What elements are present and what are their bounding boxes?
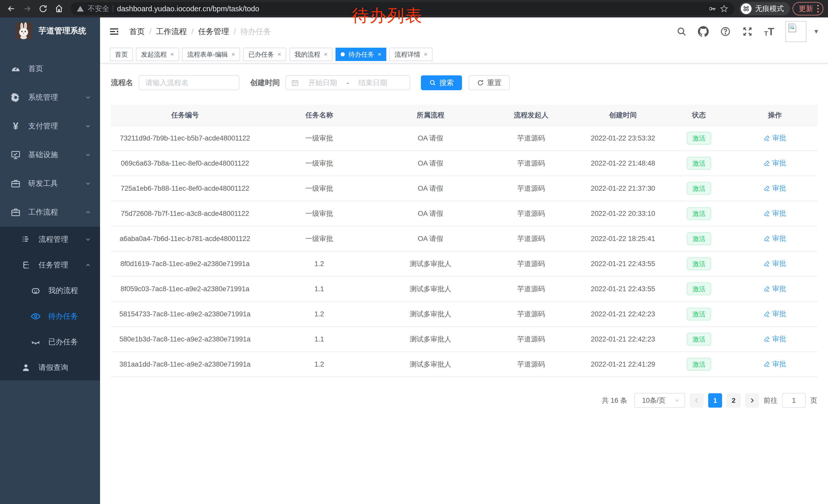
page-button-1[interactable]: 1 — [708, 393, 722, 408]
tab-label: 我的流程 — [294, 50, 320, 59]
search-button[interactable] — [676, 27, 687, 37]
cell-task-name: 一级审批 — [259, 226, 379, 251]
goto-page-input[interactable] — [782, 393, 806, 408]
cell-status: 激活 — [665, 226, 733, 251]
approve-link[interactable]: 审批 — [763, 133, 786, 142]
next-page-button[interactable] — [745, 393, 759, 408]
tab-done-tasks[interactable]: 已办任务× — [243, 48, 286, 61]
tab-close-icon[interactable]: × — [232, 51, 235, 58]
fullscreen-icon — [742, 26, 753, 37]
tab-todo-tasks[interactable]: 待办任务× — [335, 48, 386, 61]
tab-process-detail[interactable]: 流程详情× — [389, 48, 432, 61]
page-button-2[interactable]: 2 — [727, 393, 741, 408]
cell-created: 2022-01-22 23:53:32 — [580, 126, 665, 151]
process-name-label: 流程名 — [111, 78, 133, 88]
approve-link[interactable]: 审批 — [763, 234, 786, 243]
browser-update-button[interactable]: 更新 — [793, 2, 823, 15]
end-date-input[interactable] — [351, 79, 395, 87]
sidebar-item-home[interactable]: 首页 — [0, 54, 100, 83]
search-submit-button[interactable]: 搜索 — [421, 75, 462, 90]
cell-process: OA 请假 — [379, 201, 482, 226]
approve-link[interactable]: 审批 — [763, 184, 786, 193]
process-name-input[interactable] — [139, 75, 239, 90]
cell-initiator: 芋道源码 — [482, 226, 581, 251]
back-button[interactable] — [5, 2, 18, 15]
tab-start-process[interactable]: 发起流程× — [136, 48, 179, 61]
breadcrumb-workflow[interactable]: 工作流程 — [156, 27, 187, 37]
status-badge: 激活 — [687, 207, 711, 220]
browser-menu-icon[interactable] — [817, 5, 819, 12]
tab-close-icon[interactable]: × — [170, 51, 174, 58]
reset-button[interactable]: 重置 — [469, 75, 510, 90]
app-title: 芋道管理系统 — [38, 26, 86, 36]
sidebar-item-leave-query[interactable]: 请假查询 — [0, 355, 100, 380]
github-button[interactable] — [698, 26, 709, 37]
cell-task-id: 725a1eb6-7b88-11ec-8ef0-acde48001122 — [111, 176, 259, 201]
edit-pencil-icon — [763, 285, 770, 292]
password-key-icon[interactable] — [708, 5, 716, 13]
sidebar-item-infrastructure[interactable]: 基础设施 — [0, 140, 100, 169]
sidebar-menu: 首页系统管理¥支付管理基础设施研发工具工作流程流程管理任务管理我的流程待办任务已… — [0, 54, 100, 380]
sidebar-item-done-tasks[interactable]: 已办任务 — [0, 329, 100, 355]
bookmark-star-icon[interactable] — [720, 4, 729, 13]
cell-created: 2022-01-21 22:43:55 — [580, 251, 665, 276]
status-badge: 激活 — [687, 333, 711, 346]
approve-link[interactable]: 审批 — [763, 209, 786, 218]
font-size-button[interactable]: TT — [764, 27, 774, 37]
cell-status: 激活 — [665, 201, 733, 226]
breadcrumb-home[interactable]: 首页 — [129, 27, 145, 37]
sidebar-item-dev-tools[interactable]: 研发工具 — [0, 169, 100, 198]
start-date-input[interactable] — [301, 79, 344, 87]
cell-process: 测试多审批人 — [379, 352, 482, 377]
fullscreen-button[interactable] — [742, 26, 753, 37]
avatar-caret-icon[interactable]: ▼ — [813, 28, 819, 35]
sidebar-item-todo-tasks[interactable]: 待办任务 — [0, 304, 100, 329]
sidebar-item-task-mgmt[interactable]: 任务管理 — [0, 252, 100, 278]
tab-label: 待办任务 — [348, 50, 374, 59]
approve-link[interactable]: 审批 — [763, 334, 786, 343]
tab-close-icon[interactable]: × — [378, 51, 381, 58]
home-icon — [54, 4, 64, 13]
sidebar-item-process-mgmt[interactable]: 流程管理 — [0, 227, 100, 252]
breadcrumb-task-mgmt[interactable]: 任务管理 — [198, 27, 229, 37]
approve-link[interactable]: 审批 — [763, 309, 786, 318]
page-size-select[interactable]: 10条/页 — [634, 393, 685, 408]
edit-pencil-icon — [763, 160, 770, 166]
tab-close-icon[interactable]: × — [424, 51, 427, 58]
cell-task-name: 1.1 — [259, 276, 379, 302]
prev-page-button[interactable] — [690, 393, 704, 408]
screen: 不安全 dashboard.yudao.iocoder.cn/bpm/task/… — [0, 0, 828, 504]
reload-button[interactable] — [36, 2, 50, 15]
approve-link[interactable]: 审批 — [763, 359, 786, 369]
tab-my-process[interactable]: 我的流程× — [289, 48, 332, 61]
cell-task-name: 一级审批 — [259, 201, 379, 226]
home-button[interactable] — [52, 2, 66, 15]
approve-link[interactable]: 审批 — [763, 284, 786, 293]
approve-link[interactable]: 审批 — [763, 158, 786, 168]
yen-icon: ¥ — [10, 121, 22, 131]
sidebar-item-system-mgmt[interactable]: 系统管理 — [0, 83, 100, 112]
table-row: a6aba0a4-7b6d-11ec-b781-acde48001122 一级审… — [111, 226, 817, 251]
tab-home[interactable]: 首页 — [110, 48, 133, 61]
main-area: 首页 / 工作流程 / 任务管理 / 待办任务 — [100, 17, 828, 504]
user-avatar[interactable] — [785, 21, 806, 42]
sidebar-item-payment-mgmt[interactable]: ¥支付管理 — [0, 112, 100, 140]
reload-icon — [38, 4, 48, 13]
url-bar[interactable]: 不安全 dashboard.yudao.iocoder.cn/bpm/task/… — [71, 2, 734, 15]
search-icon — [429, 79, 436, 86]
help-button[interactable] — [720, 26, 731, 37]
cell-process: OA 请假 — [379, 176, 482, 201]
sidebar-item-my-process[interactable]: 我的流程 — [0, 278, 100, 304]
forward-button[interactable] — [20, 2, 34, 15]
tab-close-icon[interactable]: × — [324, 51, 327, 58]
sidebar-collapse-button[interactable] — [109, 26, 120, 37]
tab-label: 流程表单-编辑 — [187, 50, 228, 59]
page-buttons: 12 — [708, 393, 741, 408]
approve-link[interactable]: 审批 — [763, 259, 786, 268]
date-range-picker[interactable]: - — [286, 75, 410, 90]
sidebar-item-label: 已办任务 — [48, 337, 100, 347]
tab-close-icon[interactable]: × — [278, 51, 281, 58]
tab-form-edit[interactable]: 流程表单-编辑× — [182, 48, 240, 61]
cell-status: 激活 — [665, 176, 733, 201]
sidebar-item-workflow[interactable]: 工作流程 — [0, 198, 100, 227]
